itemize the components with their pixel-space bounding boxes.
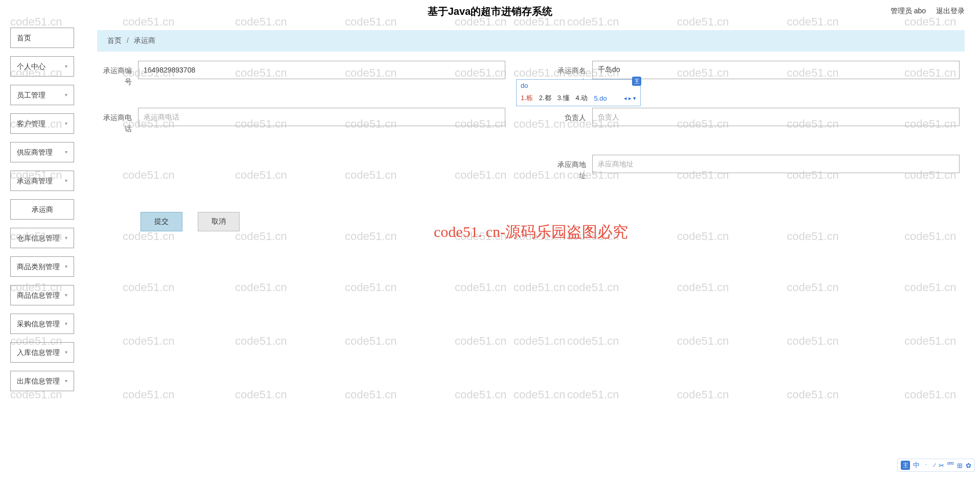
ime-candidate-5[interactable]: 5.do — [594, 94, 606, 102]
ime-tool-7[interactable]: ✿ — [966, 462, 971, 469]
sidebar-item-1[interactable]: 个人中心▾ — [10, 56, 74, 77]
ime-toolbar[interactable]: 王 中 ㆍ ৴ ✂ 罒 ⊞ ✿ — [897, 459, 975, 472]
logout-link[interactable]: 退出登录 — [936, 7, 965, 16]
input-principal[interactable] — [592, 108, 960, 126]
label-carrier-no: 承运商编号 — [102, 61, 138, 87]
label-principal: 负责人 — [556, 108, 592, 123]
ime-page-arrows-icon[interactable]: ◂ ▸ ▾ — [624, 95, 636, 102]
sidebar-item-9[interactable]: 采购信息管理▾ — [10, 314, 74, 334]
sidebar-item-8[interactable]: 商品信息管理▾ — [10, 285, 74, 305]
field-carrier-addr: 承应商地址 — [556, 155, 960, 181]
ime-toolbar-badge-icon[interactable]: 王 — [901, 461, 910, 470]
field-principal: 负责人 — [556, 108, 960, 134]
app-title: 基于Java的超市进销存系统 — [428, 5, 553, 18]
sidebar-item-label: 首页 — [17, 28, 31, 48]
chevron-down-icon: ▾ — [65, 113, 67, 134]
chevron-down-icon: ▾ — [65, 85, 67, 105]
chevron-down-icon: ▾ — [65, 171, 67, 191]
sidebar-item-label: 供应商管理 — [17, 142, 53, 162]
ime-tool-2[interactable]: ㆍ — [923, 461, 929, 470]
sidebar-item-5[interactable]: 承运商管理▾ — [10, 171, 74, 191]
chevron-down-icon: ▾ — [65, 314, 67, 334]
sidebar-item-label: 入库信息管理 — [17, 342, 60, 363]
sidebar-item-0[interactable]: 首页 — [10, 28, 74, 48]
submit-button[interactable]: 提交 — [141, 212, 182, 231]
ime-candidate-3[interactable]: 3.懂 — [557, 93, 570, 103]
sidebar-item-label: 商品信息管理 — [17, 285, 60, 305]
chevron-down-icon: ▾ — [65, 56, 67, 77]
input-carrier-no[interactable] — [138, 61, 505, 79]
sidebar-item-label: 采购信息管理 — [17, 314, 60, 334]
user-label[interactable]: 管理员 abo — [891, 7, 926, 16]
ime-candidates[interactable]: 1.栋2.都3.懂4.动5.do◂ ▸ ▾ — [517, 91, 640, 106]
ime-candidate-2[interactable]: 2.都 — [539, 93, 551, 103]
sidebar-item-7[interactable]: 商品类别管理▾ — [10, 256, 74, 277]
sidebar-subitem-5-0[interactable]: 承运商 — [10, 199, 74, 220]
sidebar-item-label: 出库信息管理 — [17, 371, 60, 391]
ime-popup[interactable]: 王 do 1.栋2.都3.懂4.动5.do◂ ▸ ▾ — [516, 79, 641, 106]
field-carrier-phone: 承运商电话 — [102, 108, 505, 134]
sidebar-item-label: 承运商管理 — [17, 171, 53, 191]
input-carrier-phone[interactable] — [138, 108, 505, 126]
ime-candidate-1[interactable]: 1.栋 — [521, 93, 533, 103]
sidebar-item-label: 个人中心 — [17, 56, 45, 77]
breadcrumb-home[interactable]: 首页 — [107, 36, 122, 44]
ime-tool-3[interactable]: ৴ — [932, 461, 936, 469]
sidebar-item-label: 商品类别管理 — [17, 256, 60, 277]
ime-badge-icon: 王 — [632, 77, 641, 86]
sidebar-item-3[interactable]: 客户管理▾ — [10, 113, 74, 134]
cancel-button[interactable]: 取消 — [198, 212, 240, 231]
sidebar-item-2[interactable]: 员工管理▾ — [10, 85, 74, 105]
sidebar[interactable]: 首页个人中心▾员工管理▾客户管理▾供应商管理▾承运商管理▾承运商仓库信息管理▾商… — [0, 22, 82, 477]
sidebar-item-4[interactable]: 供应商管理▾ — [10, 142, 74, 162]
ime-tool-1[interactable]: 中 — [913, 461, 920, 470]
breadcrumb-current: 承运商 — [134, 36, 155, 44]
chevron-down-icon: ▾ — [65, 228, 67, 248]
label-carrier-addr: 承应商地址 — [556, 155, 592, 181]
chevron-down-icon: ▾ — [65, 342, 67, 363]
breadcrumb-separator: / — [127, 36, 129, 44]
ime-tool-5[interactable]: 罒 — [947, 461, 954, 470]
sidebar-item-6[interactable]: 仓库信息管理▾ — [10, 228, 74, 248]
header: 基于Java的超市进销存系统 管理员 abo 退出登录 — [0, 0, 980, 22]
label-carrier-phone: 承运商电话 — [102, 108, 138, 134]
sidebar-item-label: 员工管理 — [17, 85, 45, 105]
ime-candidate-4[interactable]: 4.动 — [576, 93, 588, 103]
input-carrier-addr[interactable] — [592, 155, 960, 173]
ime-tool-4[interactable]: ✂ — [939, 462, 944, 469]
ime-composition: do — [517, 80, 640, 91]
sidebar-item-11[interactable]: 出库信息管理▾ — [10, 371, 74, 391]
sidebar-item-10[interactable]: 入库信息管理▾ — [10, 342, 74, 363]
ime-tool-6[interactable]: ⊞ — [957, 462, 963, 469]
chevron-down-icon: ▾ — [65, 285, 67, 305]
chevron-down-icon: ▾ — [65, 142, 67, 162]
input-carrier-name[interactable] — [592, 61, 960, 79]
field-empty — [102, 155, 505, 181]
breadcrumb: 首页 / 承运商 — [97, 30, 965, 52]
chevron-down-icon: ▾ — [65, 371, 67, 391]
sidebar-item-label: 仓库信息管理 — [17, 228, 60, 248]
chevron-down-icon: ▾ — [65, 256, 67, 277]
field-carrier-no: 承运商编号 — [102, 61, 505, 87]
sidebar-item-label: 客户管理 — [17, 113, 45, 134]
